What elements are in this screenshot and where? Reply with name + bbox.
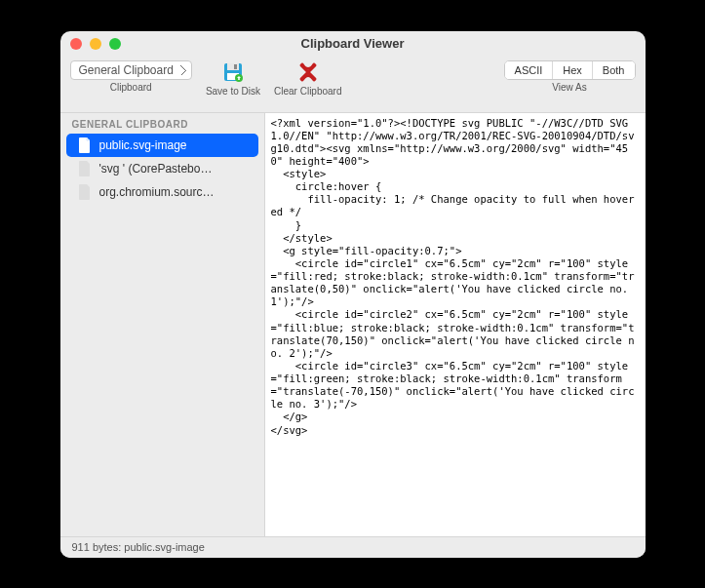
window: Clipboard Viewer General Clipboard Clipb… xyxy=(60,31,646,558)
sidebar-header: GENERAL CLIPBOARD xyxy=(60,113,264,134)
sidebar-item-label: public.svg-image xyxy=(99,138,187,152)
sidebar-item-public-svg-image[interactable]: public.svg-image xyxy=(66,134,258,157)
floppy-disk-icon xyxy=(221,60,245,84)
window-title: Clipboard Viewer xyxy=(60,36,646,51)
view-ascii-button[interactable]: ASCII xyxy=(505,61,553,79)
save-to-disk-button[interactable]: Save to Disk xyxy=(206,60,260,97)
maximize-icon[interactable] xyxy=(109,38,121,50)
clipboard-label: Clipboard xyxy=(110,82,152,93)
content-text: <?xml version="1.0"?><!DOCTYPE svg PUBLI… xyxy=(271,117,640,437)
svg-rect-2 xyxy=(234,64,237,69)
toolbar: General Clipboard Clipboard Save to Disk xyxy=(60,57,646,113)
sidebar-item-chromium-source[interactable]: org.chromium.sourc… xyxy=(66,180,258,204)
close-icon[interactable] xyxy=(70,38,82,50)
save-label: Save to Disk xyxy=(206,86,260,97)
sidebar-item-label: org.chromium.sourc… xyxy=(99,185,215,199)
view-as-label: View As xyxy=(552,82,586,93)
sidebar-item-label: 'svg ' (CorePastebo… xyxy=(99,162,213,176)
traffic-lights xyxy=(70,38,121,50)
x-icon xyxy=(296,60,320,84)
clear-label: Clear Clipboard xyxy=(274,86,341,97)
clear-clipboard-button[interactable]: Clear Clipboard xyxy=(274,60,341,97)
view-both-button[interactable]: Both xyxy=(592,61,635,79)
statusbar-text: 911 bytes: public.svg-image xyxy=(72,541,205,553)
document-icon xyxy=(78,137,92,153)
clipboard-dropdown[interactable]: General Clipboard xyxy=(70,60,192,80)
svg-rect-1 xyxy=(227,63,239,70)
view-mode-segmented: ASCII Hex Both xyxy=(504,60,636,80)
content-pane[interactable]: <?xml version="1.0"?><!DOCTYPE svg PUBLI… xyxy=(265,113,646,536)
document-icon xyxy=(78,184,92,200)
sidebar-item-svg-corepasteboard[interactable]: 'svg ' (CorePastebo… xyxy=(66,157,258,180)
clipboard-selector-group: General Clipboard Clipboard xyxy=(70,60,192,93)
minimize-icon[interactable] xyxy=(90,38,101,50)
view-hex-button[interactable]: Hex xyxy=(552,61,592,79)
clipboard-dropdown-value: General Clipboard xyxy=(79,63,174,77)
statusbar: 911 bytes: public.svg-image xyxy=(60,536,646,558)
view-as-group: ASCII Hex Both View As xyxy=(504,60,636,93)
sidebar: GENERAL CLIPBOARD public.svg-image 'svg … xyxy=(60,113,265,536)
main-area: GENERAL CLIPBOARD public.svg-image 'svg … xyxy=(60,113,646,536)
document-icon xyxy=(78,161,92,176)
titlebar: Clipboard Viewer xyxy=(60,31,646,57)
